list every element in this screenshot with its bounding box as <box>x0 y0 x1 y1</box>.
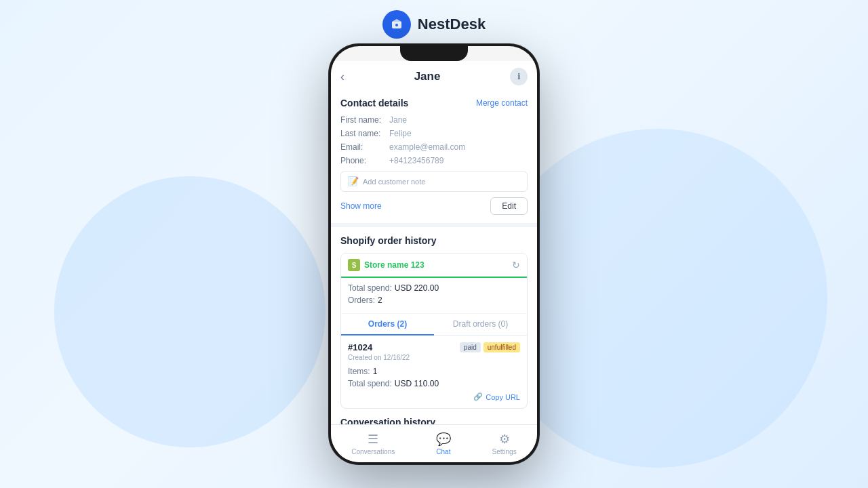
phone-notch <box>400 46 468 61</box>
chat-icon: 💬 <box>436 432 451 447</box>
total-spend-label: Total spend: <box>348 283 392 293</box>
orders-count: 2 <box>378 296 382 305</box>
field-firstname: First name: Jane <box>340 115 528 125</box>
firstname-label: First name: <box>340 115 389 125</box>
order-info: #1024 Created on 12/16/22 <box>348 342 410 361</box>
shopify-section: Shopify order history S Store name 123 ↻… <box>331 227 537 409</box>
copy-url-label: Copy URL <box>486 393 520 401</box>
total-spend-row: Total spend: USD 220.00 <box>348 283 520 293</box>
back-button[interactable]: ‹ <box>340 70 344 84</box>
field-email: Email: example@email.com <box>340 142 528 152</box>
field-phone: Phone: +84123456789 <box>340 156 528 165</box>
conversation-title: Conversation history <box>340 417 528 424</box>
app-content: ‹ Jane ℹ Contact details Merge contact F… <box>331 61 537 424</box>
store-name-row: S Store name 123 <box>348 259 425 271</box>
copy-url-row: 🔗 Copy URL <box>348 392 520 401</box>
info-button[interactable]: ℹ <box>510 68 528 85</box>
lastname-label: Last name: <box>340 129 389 138</box>
nav-item-settings[interactable]: ⚙ Settings <box>492 432 517 455</box>
tab-draft[interactable]: Draft orders (0) <box>434 314 527 336</box>
section-title: Contact details <box>340 98 408 108</box>
store-card: S Store name 123 ↻ Total spend: USD 220.… <box>340 253 528 409</box>
orders-row: Orders: 2 <box>348 296 520 305</box>
bottom-nav: ☰ Conversations 💬 Chat ⚙ Settings <box>331 424 537 462</box>
nav-item-conversations[interactable]: ☰ Conversations <box>351 432 395 455</box>
settings-label: Settings <box>492 448 517 455</box>
shopify-icon: S <box>348 259 360 271</box>
badge-paid: paid <box>460 342 481 352</box>
total-spend-value: USD 220.00 <box>395 283 439 293</box>
conversations-label: Conversations <box>351 448 395 455</box>
email-label: Email: <box>340 142 389 152</box>
note-placeholder: Add customer note <box>363 178 425 186</box>
chat-label: Chat <box>436 448 450 455</box>
badge-row: paid unfulfilled <box>460 342 520 352</box>
section-footer: Show more Edit <box>340 197 528 215</box>
order-top: #1024 Created on 12/16/22 paid unfulfill… <box>348 342 520 361</box>
copy-url-button[interactable]: 🔗 Copy URL <box>473 392 520 401</box>
edit-button[interactable]: Edit <box>490 197 528 215</box>
top-header: NestDesk <box>0 0 868 49</box>
note-input[interactable]: 📝 Add customer note <box>340 171 528 192</box>
order-total-value: USD 110.00 <box>395 379 439 388</box>
store-header: S Store name 123 ↻ <box>341 253 527 278</box>
merge-contact-link[interactable]: Merge contact <box>476 98 528 108</box>
items-row: Items: 1 <box>348 367 520 376</box>
tabs-row: Orders (2) Draft orders (0) <box>341 314 527 336</box>
phone-screen: ‹ Jane ℹ Contact details Merge contact F… <box>331 46 537 462</box>
lastname-value: Felipe <box>389 129 412 138</box>
order-item: #1024 Created on 12/16/22 paid unfulfill… <box>341 336 527 408</box>
nav-header: ‹ Jane ℹ <box>331 61 537 89</box>
order-date: Created on 12/16/22 <box>348 354 410 361</box>
conversations-icon: ☰ <box>368 432 378 447</box>
phone-label: Phone: <box>340 156 389 165</box>
email-value: example@email.com <box>389 142 465 152</box>
orders-label: Orders: <box>348 296 375 305</box>
refresh-icon[interactable]: ↻ <box>512 260 520 270</box>
order-total-row: Total spend: USD 110.00 <box>348 379 520 388</box>
contact-details-section: Contact details Merge contact First name… <box>331 89 537 223</box>
order-number: #1024 <box>348 342 410 352</box>
settings-icon: ⚙ <box>499 432 510 447</box>
conversation-section: Conversation history <box>331 409 537 424</box>
bg-circle-right <box>488 129 827 468</box>
note-icon: 📝 <box>348 176 359 186</box>
show-more-link[interactable]: Show more <box>340 201 382 211</box>
store-stats: Total spend: USD 220.00 Orders: 2 <box>341 278 527 314</box>
store-name: Store name 123 <box>364 260 425 270</box>
svg-point-1 <box>395 24 398 26</box>
section-header: Contact details Merge contact <box>340 98 528 108</box>
copy-url-icon: 🔗 <box>473 392 483 401</box>
brand-logo-icon <box>382 10 411 39</box>
nav-item-chat[interactable]: 💬 Chat <box>436 432 451 455</box>
shopify-title: Shopify order history <box>340 235 528 246</box>
tab-orders[interactable]: Orders (2) <box>341 314 434 336</box>
phone-frame: ‹ Jane ℹ Contact details Merge contact F… <box>329 44 539 464</box>
page-title: Jane <box>414 70 441 83</box>
field-lastname: Last name: Felipe <box>340 129 528 138</box>
items-value: 1 <box>373 367 378 376</box>
brand-name: NestDesk <box>418 16 486 33</box>
firstname-value: Jane <box>389 115 407 125</box>
items-label: Items: <box>348 367 370 376</box>
order-total-label: Total spend: <box>348 379 392 388</box>
phone-value: +84123456789 <box>389 156 443 165</box>
bg-circle-left <box>54 176 326 447</box>
badge-unfulfilled: unfulfilled <box>484 342 520 352</box>
